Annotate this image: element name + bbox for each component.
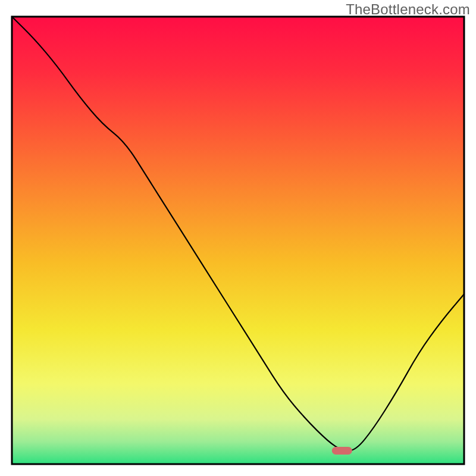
watermark-text: TheBottleneck.com (346, 1, 470, 18)
gradient-background (12, 17, 464, 464)
chart-container: TheBottleneck.com (0, 0, 476, 476)
optimum-marker (332, 447, 352, 455)
plot-area (12, 17, 464, 464)
bottleneck-chart (0, 0, 476, 476)
